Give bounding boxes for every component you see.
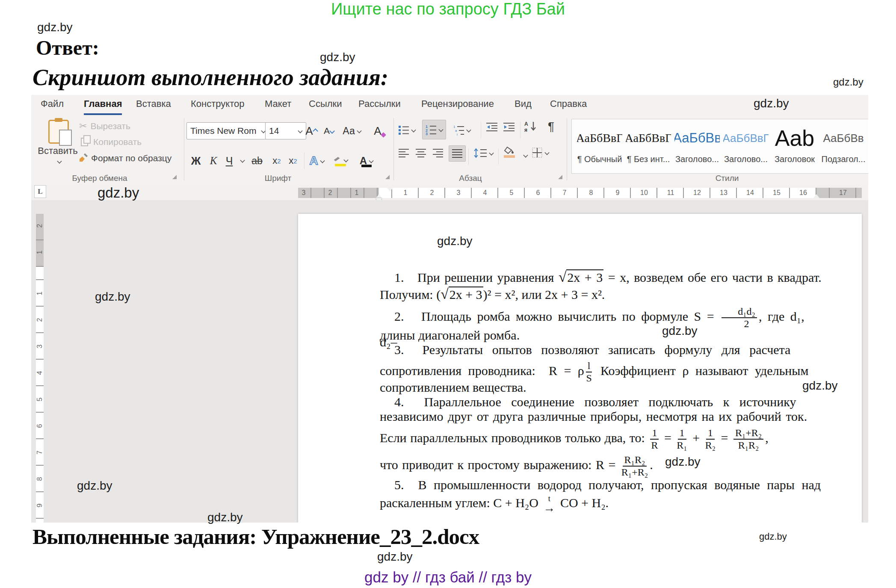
font-color-bar [361, 165, 372, 167]
ruler-number: 3 [36, 342, 44, 351]
gdzby-watermark-4: gdz.by [754, 97, 789, 110]
chevron-down-icon [369, 158, 374, 163]
subscript-button[interactable]: x2 [269, 152, 284, 169]
svg-text:я: я [524, 127, 527, 133]
ruler-number: 4 [481, 188, 489, 198]
gdzby-watermark-11: gdz.by [77, 479, 112, 493]
line-spacing-button[interactable] [473, 148, 494, 158]
ruler-number: 2 [36, 315, 44, 325]
underline-button[interactable]: Ч [222, 152, 237, 169]
tab-10[interactable]: Справка [550, 98, 587, 113]
format-painter-button[interactable]: Формат по образцу [79, 153, 172, 163]
tab-selector[interactable]: L [34, 185, 46, 198]
grow-font-button[interactable]: А [303, 122, 319, 139]
document-page[interactable]: 1. При решении уравнения √2x + 3 = x, во… [298, 214, 862, 523]
decrease-indent-button[interactable] [486, 122, 498, 132]
cut-button[interactable]: ✂ Вырезать [79, 121, 130, 132]
gdzby-watermark-12: gdz.by [207, 511, 243, 524]
ruler-number: 11 [667, 188, 674, 198]
gdzby-watermark-8: gdz.by [662, 324, 698, 338]
tab-6[interactable]: Ссылки [309, 98, 342, 113]
tab-2[interactable]: Главная [84, 98, 122, 115]
style-chip-6[interactable]: АаБбВвПодзагол... [821, 122, 866, 170]
superscript-button[interactable]: x2 [285, 152, 301, 169]
style-sample: АаБбВв [674, 122, 720, 154]
show-marks-button[interactable]: ¶ [548, 120, 554, 133]
clipboard-dialog-launcher-icon[interactable] [172, 175, 177, 179]
document-line-11: что приводит к простому выражению: R = R… [380, 452, 825, 478]
scissors-icon: ✂ [79, 121, 87, 132]
style-chip-2[interactable]: АаБбВвГ¶ Без инт... [626, 122, 671, 170]
highlight-color-button[interactable] [331, 151, 350, 168]
ruler-number: 1 [353, 188, 361, 198]
text-effects-button[interactable]: А [308, 152, 325, 169]
bullets-icon [398, 125, 409, 135]
align-right-button[interactable] [432, 148, 444, 158]
document-area: 21123456789 1. При решении уравнения √2x… [31, 200, 868, 523]
svg-text:3: 3 [426, 132, 428, 135]
gdzby-watermark-3: gdz.by [833, 76, 863, 88]
font-dialog-launcher-icon[interactable] [385, 175, 390, 179]
font-color-button[interactable]: А [357, 152, 376, 169]
ruler-number: 7 [561, 188, 568, 198]
paste-icon[interactable] [48, 120, 69, 144]
document-line-5: 3. Результаты опытов позволяют записать … [380, 342, 825, 358]
svg-text:А: А [524, 121, 528, 127]
bullets-button[interactable] [398, 121, 416, 139]
document-line-1: 1. При решении уравнения √2x + 3 = x, во… [380, 269, 825, 285]
sort-icon: А я [524, 121, 538, 133]
align-left-button[interactable] [398, 148, 409, 158]
multilevel-list-button[interactable]: 1ai [453, 121, 471, 139]
clear-formatting-button[interactable]: А [368, 122, 387, 139]
style-chip-1[interactable]: АаБбВвГ¶ Обычный [577, 122, 622, 170]
paragraph-dialog-launcher-icon[interactable] [558, 175, 562, 179]
page: Ищите нас по запросу ГДЗ Бай Ответ: Скри… [0, 0, 896, 588]
shading-button[interactable] [503, 146, 515, 158]
vertical-ruler[interactable]: 21123456789 [35, 200, 44, 523]
numbering-button[interactable]: 123 [422, 120, 446, 139]
tab-7[interactable]: Рассылки [358, 98, 401, 113]
tab-8[interactable]: Рецензирование [421, 98, 494, 113]
clipboard-group-label: Буфер обмена [70, 174, 130, 183]
borders-button[interactable] [532, 147, 549, 158]
sqrt-expression: √2x + 3 [441, 287, 483, 301]
chevron-down-icon [438, 127, 443, 132]
justify-button[interactable] [449, 145, 466, 162]
shading-chevron-icon[interactable] [523, 153, 528, 157]
paste-chevron-icon[interactable] [57, 159, 62, 163]
italic-button[interactable]: К [207, 152, 220, 169]
strikethrough-button[interactable]: ab [248, 152, 266, 169]
ruler-number: 9 [36, 501, 44, 510]
highlight-color-bar [335, 164, 346, 166]
style-chip-5[interactable]: AabЗаголовок [772, 122, 817, 170]
tab-4[interactable]: Конструктор [191, 98, 244, 113]
tab-1[interactable]: Файл [41, 98, 64, 113]
footer-links[interactable]: gdz by // гдз бай // гдз by [0, 569, 896, 586]
tab-3[interactable]: Вставка [136, 98, 171, 113]
tab-9[interactable]: Вид [515, 98, 532, 113]
change-case-button[interactable]: Аа [340, 122, 364, 139]
copy-button[interactable]: Копировать [79, 137, 142, 147]
fraction: R₁R₂R₁+R₂ [621, 455, 648, 478]
sort-button[interactable]: А я [524, 121, 538, 133]
horizontal-ruler-left-margin[interactable] [298, 188, 379, 198]
screenshot-heading: Скриншот выполненного задания: [33, 64, 388, 91]
tab-5[interactable]: Макет [265, 98, 291, 113]
shrink-font-button[interactable]: А [321, 122, 337, 139]
top-banner: Ищите нас по запросу ГДЗ Бай [0, 0, 896, 18]
bold-button[interactable]: Ж [188, 152, 204, 169]
style-chip-4[interactable]: АаБбВвГЗаголово... [723, 122, 769, 170]
style-chip-3[interactable]: АаБбВвЗаголово... [674, 122, 720, 170]
font-size-combobox[interactable]: 14 [265, 122, 306, 139]
increase-indent-button[interactable] [503, 122, 515, 132]
font-name-combobox[interactable]: Times New Rom [186, 122, 269, 139]
font-group-label: Шрифт [245, 174, 311, 183]
paste-button[interactable]: Вставить [36, 145, 79, 157]
ruler-number: 1 [402, 188, 409, 198]
align-center-button[interactable] [415, 148, 426, 158]
underline-chevron-icon[interactable] [240, 158, 245, 163]
ruler-number: 12 [693, 188, 701, 198]
increase-indent-icon [503, 122, 515, 132]
gdzby-watermark-6: gdz.by [437, 234, 473, 248]
chevron-down-icon [320, 158, 325, 163]
